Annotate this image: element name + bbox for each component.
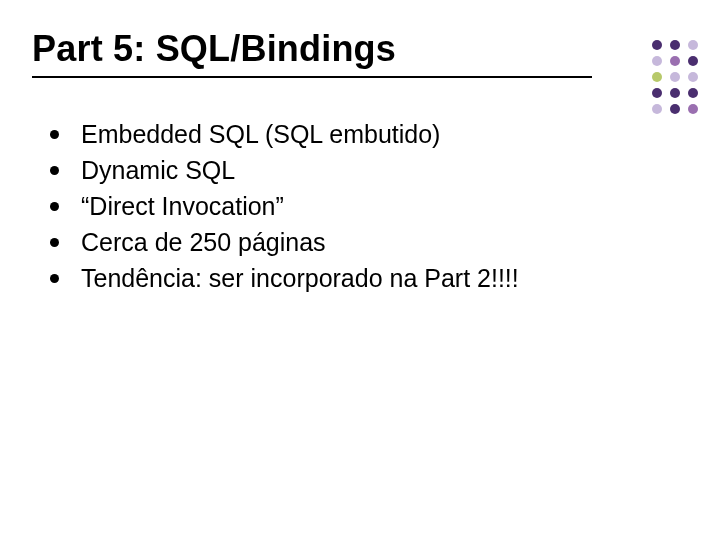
list-item: Dynamic SQL [50, 154, 650, 186]
decor-dot-icon [652, 40, 662, 50]
decor-dot-icon [670, 56, 680, 66]
bullet-text: Cerca de 250 páginas [81, 226, 326, 258]
bullet-icon [50, 274, 59, 283]
decor-dot-icon [652, 88, 662, 98]
decor-dot-icon [688, 88, 698, 98]
decor-dot-icon [652, 104, 662, 114]
bullet-text: “Direct Invocation” [81, 190, 284, 222]
bullet-text: Tendência: ser incorporado na Part 2!!!! [81, 262, 519, 294]
decor-dot-icon [688, 104, 698, 114]
decor-dot-icon [688, 72, 698, 82]
decor-dot-icon [688, 56, 698, 66]
bullet-icon [50, 238, 59, 247]
list-item: Tendência: ser incorporado na Part 2!!!! [50, 262, 650, 294]
bullet-icon [50, 202, 59, 211]
decor-dot-icon [670, 72, 680, 82]
decor-dot-icon [670, 40, 680, 50]
bullet-icon [50, 130, 59, 139]
slide: Part 5: SQL/Bindings Embedded SQL (SQL e… [0, 0, 720, 540]
decor-dot-icon [652, 72, 662, 82]
list-item: “Direct Invocation” [50, 190, 650, 222]
decor-dot-icon [688, 40, 698, 50]
bullet-list: Embedded SQL (SQL embutido) Dynamic SQL … [50, 118, 650, 298]
list-item: Cerca de 250 páginas [50, 226, 650, 258]
bullet-text: Dynamic SQL [81, 154, 235, 186]
slide-title: Part 5: SQL/Bindings [32, 28, 592, 70]
title-container: Part 5: SQL/Bindings [32, 28, 592, 78]
decor-dot-icon [670, 104, 680, 114]
decor-dot-icon [652, 56, 662, 66]
decorative-dot-grid [652, 40, 700, 116]
bullet-text: Embedded SQL (SQL embutido) [81, 118, 440, 150]
list-item: Embedded SQL (SQL embutido) [50, 118, 650, 150]
decor-dot-icon [670, 88, 680, 98]
bullet-icon [50, 166, 59, 175]
